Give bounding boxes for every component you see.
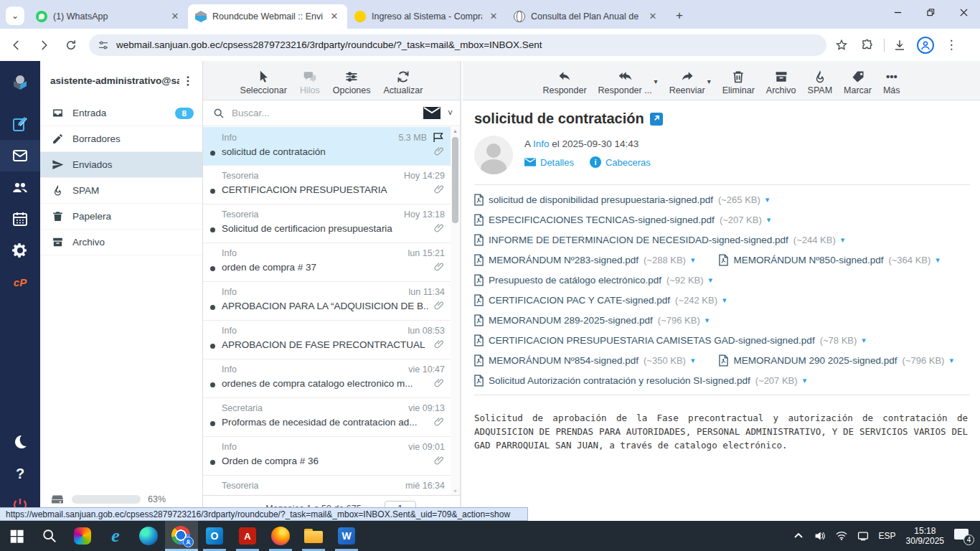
forward-caret-icon[interactable]: ▾: [707, 77, 711, 95]
attachment-item[interactable]: ESPECIFICACIONES TECNICAS-signed-signed.…: [474, 214, 771, 226]
scroll-down-icon[interactable]: ▼: [451, 489, 460, 494]
attachment-menu-icon[interactable]: ▾: [705, 316, 710, 325]
message-row[interactable]: Infolun 08:53 APROBACION DE FASE PRECONT…: [203, 321, 451, 359]
extensions-icon[interactable]: [857, 34, 878, 56]
attachment-item[interactable]: INFORME DE DETERMINACION DE NECESIDAD-si…: [474, 234, 844, 246]
browser-menu-icon[interactable]: ⋮: [941, 34, 962, 56]
message-row[interactable]: Tesoreriamié 16:34: [203, 476, 451, 495]
attachment-item[interactable]: MEMORANDUM 290 2025-signed.pdf (~796 KB)…: [719, 354, 953, 367]
firefox-button[interactable]: [264, 521, 297, 551]
help-button[interactable]: ?: [0, 458, 40, 489]
attachment-item[interactable]: Presupuesto de catálogo electrónico.pdf …: [474, 274, 712, 286]
profile-icon[interactable]: [915, 34, 936, 56]
tab-close-icon[interactable]: ✕: [647, 11, 659, 22]
word-button[interactable]: W: [330, 521, 363, 551]
reply-all-caret-icon[interactable]: ▾: [654, 77, 658, 95]
copilot-button[interactable]: [66, 521, 99, 551]
reply-all-button[interactable]: Responder ...: [598, 70, 652, 95]
attachment-menu-icon[interactable]: ▾: [803, 376, 807, 385]
details-toggle[interactable]: Detalles: [524, 156, 574, 168]
attachment-menu-icon[interactable]: ▾: [709, 276, 713, 285]
volume-icon[interactable]: [814, 530, 826, 542]
refresh-list-button[interactable]: Actualizar: [384, 70, 423, 95]
new-tab-button[interactable]: +: [670, 6, 689, 25]
attachment-item[interactable]: CERTIFICACION PRESUPUESTARIA CAMISETAS G…: [474, 334, 866, 347]
account-menu-icon[interactable]: ⋮: [179, 74, 197, 88]
notification-center-icon[interactable]: 4: [954, 527, 973, 545]
compose-button[interactable]: [0, 108, 40, 140]
folder-enviados-selected[interactable]: Enviados: [40, 152, 202, 178]
close-window-button[interactable]: [947, 0, 980, 24]
rail-calendar-button[interactable]: [0, 203, 40, 235]
attachment-item[interactable]: MEMORÁNDUM Nº283-signed.pdf (~288 KB) ▾: [474, 254, 694, 266]
tab-whatsapp[interactable]: (1) WhatsApp ✕: [29, 4, 188, 29]
delete-button[interactable]: Eliminar: [722, 70, 755, 95]
folder-archivo[interactable]: Archivo: [40, 230, 202, 255]
tab-close-icon[interactable]: ✕: [329, 11, 340, 22]
start-button[interactable]: [0, 521, 33, 551]
attachment-menu-icon[interactable]: ▾: [691, 255, 695, 265]
refresh-button[interactable]: [60, 34, 82, 56]
outlook-button[interactable]: O: [198, 521, 231, 551]
search-options-icon[interactable]: ˅: [448, 108, 453, 118]
language-indicator[interactable]: ESP: [879, 531, 896, 541]
attachment-menu-icon[interactable]: ▾: [691, 356, 695, 365]
taskbar-search-button[interactable]: [33, 521, 66, 551]
open-in-new-window-icon[interactable]: [650, 113, 663, 126]
flag-icon[interactable]: [433, 132, 445, 143]
threads-button[interactable]: Hilos: [300, 70, 320, 95]
tab-close-icon[interactable]: ✕: [169, 11, 181, 22]
mark-button[interactable]: Marcar: [844, 70, 872, 95]
message-row[interactable]: TesoreriaHoy 13:18 Solicitud de certific…: [203, 204, 451, 243]
select-button[interactable]: Seleccionar: [240, 70, 287, 95]
restore-button[interactable]: [914, 0, 947, 24]
message-row[interactable]: Infolun 15:21 orden de compra # 37: [203, 243, 451, 282]
forward-button[interactable]: Reenviar: [669, 70, 705, 95]
search-input[interactable]: [232, 108, 423, 118]
attachment-menu-icon[interactable]: ▾: [936, 255, 940, 265]
attachment-item[interactable]: MEMORÁNDUM Nº854-signed.pdf (~350 KB) ▾: [474, 354, 694, 367]
downloads-icon[interactable]: [889, 34, 910, 56]
cpanel-icon[interactable]: cP: [0, 266, 40, 298]
reply-button[interactable]: Responder: [542, 70, 586, 95]
message-row[interactable]: Infovie 09:01 Orden de compra # 36: [203, 437, 451, 476]
rail-contacts-button[interactable]: [0, 171, 40, 203]
attachment-item[interactable]: Solicitud Autorización contratación y re…: [474, 375, 806, 387]
attachment-menu-icon[interactable]: ▾: [765, 195, 770, 204]
dark-mode-button[interactable]: [0, 426, 40, 458]
tab-close-icon[interactable]: ✕: [488, 11, 499, 22]
attachment-item[interactable]: CERTIFICACION PAC Y CATE-signed.pdf (~24…: [474, 294, 727, 306]
headers-toggle[interactable]: i Cabeceras: [590, 156, 651, 168]
url-bar[interactable]: webmail.sanjuan.gob.ec/cpsess2879723216/…: [89, 34, 826, 56]
forward-button[interactable]: [33, 34, 55, 56]
chrome-button[interactable]: [165, 521, 198, 551]
attachment-menu-icon[interactable]: ▾: [949, 356, 953, 365]
rail-mail-button[interactable]: [0, 140, 40, 171]
tab-roundcube-active[interactable]: Roundcube Webmail :: Enviados ✕: [188, 4, 347, 29]
attachment-menu-icon[interactable]: ▾: [767, 215, 771, 225]
attachment-item[interactable]: solicitud de disponibilidad presupuestar…: [474, 194, 769, 206]
scroll-up-icon[interactable]: ▲: [451, 128, 460, 133]
message-row[interactable]: TesoreriaHoy 14:29 CERTIFICACION PRESUPU…: [203, 166, 451, 204]
list-scrollbar[interactable]: ▲ ▼: [451, 127, 460, 495]
acrobat-button[interactable]: A: [231, 521, 264, 551]
message-row-selected[interactable]: Info5.3 MB solicitud de contratación: [203, 127, 451, 166]
scrollbar-thumb[interactable]: [452, 137, 458, 223]
attachment-item[interactable]: MEMORANDUM 289-2025-signed.pdf (~796 KB)…: [474, 314, 709, 326]
tab-plan-anual[interactable]: Consulta del Plan Anual de Con ✕: [507, 4, 666, 29]
folder-spam[interactable]: SPAM: [40, 178, 202, 204]
folder-papelera[interactable]: Papelera: [40, 204, 202, 230]
folder-entrada[interactable]: Entrada 8: [40, 100, 202, 126]
clock[interactable]: 15:18 30/9/2025: [906, 526, 944, 546]
cast-icon[interactable]: [857, 530, 869, 542]
message-row[interactable]: Infovie 10:47 ordenes de compra catalogo…: [203, 359, 451, 398]
options-button[interactable]: Opciones: [333, 70, 371, 95]
tray-expand-icon[interactable]: [793, 530, 804, 542]
wifi-icon[interactable]: [836, 530, 847, 542]
more-button[interactable]: ••• Más: [883, 70, 900, 95]
message-row[interactable]: Infolun 11:34 APROBACION PARA LA “ADQUIS…: [203, 282, 451, 321]
folder-borradores[interactable]: Borradores: [40, 126, 202, 152]
search-scope-icon[interactable]: [423, 107, 440, 119]
sender-link[interactable]: Info: [533, 138, 550, 149]
attachment-item[interactable]: MEMORÁNDUM Nº850-signed.pdf (~364 KB) ▾: [719, 254, 939, 266]
